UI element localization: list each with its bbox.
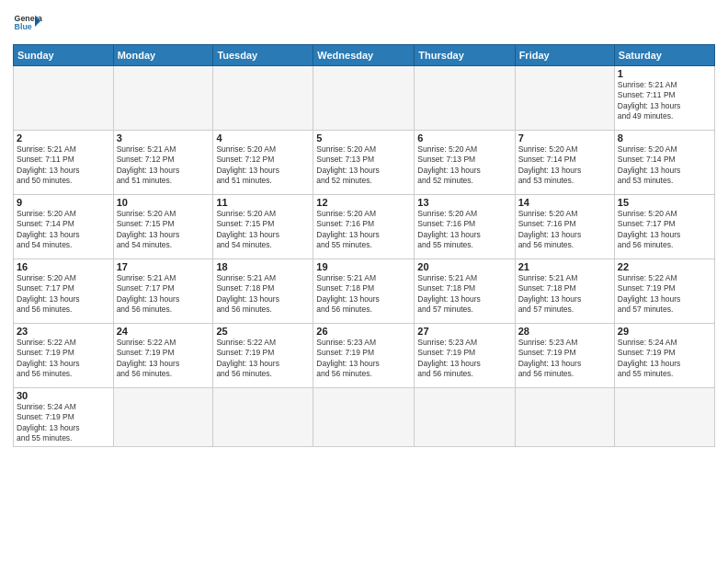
day-number: 24 (117, 326, 210, 337)
calendar-day-cell (113, 388, 213, 447)
calendar-day-cell: 12Sunrise: 5:20 AM Sunset: 7:16 PM Dayli… (313, 195, 415, 259)
day-info: Sunrise: 5:20 AM Sunset: 7:16 PM Dayligh… (316, 209, 411, 251)
calendar-day-cell: 19Sunrise: 5:21 AM Sunset: 7:18 PM Dayli… (313, 259, 415, 324)
day-info: Sunrise: 5:21 AM Sunset: 7:11 PM Dayligh… (618, 80, 711, 122)
calendar-day-cell: 25Sunrise: 5:22 AM Sunset: 7:19 PM Dayli… (213, 324, 313, 388)
day-number: 16 (17, 261, 110, 272)
day-number: 20 (417, 261, 511, 272)
day-number: 28 (518, 326, 611, 337)
day-info: Sunrise: 5:23 AM Sunset: 7:19 PM Dayligh… (417, 338, 511, 380)
day-number: 11 (216, 197, 310, 208)
day-info: Sunrise: 5:20 AM Sunset: 7:17 PM Dayligh… (17, 273, 110, 316)
day-info: Sunrise: 5:20 AM Sunset: 7:13 PM Dayligh… (417, 144, 511, 187)
calendar-header-thursday: Thursday (415, 45, 515, 66)
calendar-table: SundayMondayTuesdayWednesdayThursdayFrid… (13, 44, 715, 447)
calendar-week-row: 30Sunrise: 5:24 AM Sunset: 7:19 PM Dayli… (14, 388, 715, 447)
day-number: 1 (618, 68, 711, 79)
day-info: Sunrise: 5:21 AM Sunset: 7:18 PM Dayligh… (518, 273, 611, 316)
day-info: Sunrise: 5:20 AM Sunset: 7:16 PM Dayligh… (518, 209, 611, 251)
calendar-day-cell: 20Sunrise: 5:21 AM Sunset: 7:18 PM Dayli… (415, 259, 515, 324)
day-number: 21 (518, 261, 611, 272)
day-number: 6 (417, 132, 511, 144)
day-number: 19 (316, 261, 411, 272)
calendar-day-cell: 17Sunrise: 5:21 AM Sunset: 7:17 PM Dayli… (113, 259, 213, 324)
calendar-day-cell (515, 66, 614, 131)
day-number: 18 (216, 261, 310, 272)
calendar-day-cell (113, 66, 213, 131)
day-info: Sunrise: 5:20 AM Sunset: 7:16 PM Dayligh… (417, 209, 511, 251)
day-number: 29 (618, 326, 711, 337)
calendar-day-cell: 7Sunrise: 5:20 AM Sunset: 7:14 PM Daylig… (515, 131, 614, 195)
calendar-day-cell: 23Sunrise: 5:22 AM Sunset: 7:19 PM Dayli… (14, 324, 114, 388)
day-info: Sunrise: 5:24 AM Sunset: 7:19 PM Dayligh… (618, 338, 711, 380)
calendar-day-cell: 8Sunrise: 5:20 AM Sunset: 7:14 PM Daylig… (614, 131, 714, 195)
calendar-day-cell: 2Sunrise: 5:21 AM Sunset: 7:11 PM Daylig… (14, 131, 114, 195)
day-number: 2 (17, 132, 110, 144)
header: General Blue (13, 9, 715, 39)
calendar-day-cell: 9Sunrise: 5:20 AM Sunset: 7:14 PM Daylig… (14, 195, 114, 259)
day-info: Sunrise: 5:21 AM Sunset: 7:18 PM Dayligh… (216, 273, 310, 316)
calendar-day-cell: 16Sunrise: 5:20 AM Sunset: 7:17 PM Dayli… (14, 259, 114, 324)
calendar-day-cell (213, 388, 313, 447)
day-number: 14 (518, 197, 611, 208)
calendar-day-cell: 24Sunrise: 5:22 AM Sunset: 7:19 PM Dayli… (113, 324, 213, 388)
day-info: Sunrise: 5:20 AM Sunset: 7:15 PM Dayligh… (216, 209, 310, 251)
calendar-day-cell (614, 388, 714, 447)
day-info: Sunrise: 5:20 AM Sunset: 7:14 PM Dayligh… (618, 144, 711, 187)
calendar-day-cell (515, 388, 614, 447)
calendar-day-cell (213, 66, 313, 131)
calendar-header-tuesday: Tuesday (213, 45, 313, 66)
calendar-header-saturday: Saturday (614, 45, 714, 66)
day-number: 26 (316, 326, 411, 337)
day-number: 17 (117, 261, 210, 272)
calendar-day-cell: 21Sunrise: 5:21 AM Sunset: 7:18 PM Dayli… (515, 259, 614, 324)
calendar-day-cell: 18Sunrise: 5:21 AM Sunset: 7:18 PM Dayli… (213, 259, 313, 324)
day-info: Sunrise: 5:22 AM Sunset: 7:19 PM Dayligh… (17, 338, 110, 380)
calendar-header-monday: Monday (113, 45, 213, 66)
calendar-day-cell: 1Sunrise: 5:21 AM Sunset: 7:11 PM Daylig… (614, 66, 714, 131)
day-number: 12 (316, 197, 411, 208)
day-number: 7 (518, 132, 611, 144)
day-info: Sunrise: 5:20 AM Sunset: 7:17 PM Dayligh… (618, 209, 711, 251)
day-info: Sunrise: 5:24 AM Sunset: 7:19 PM Dayligh… (17, 402, 110, 444)
calendar-day-cell (415, 388, 515, 447)
calendar-week-row: 9Sunrise: 5:20 AM Sunset: 7:14 PM Daylig… (14, 195, 715, 259)
calendar-header-friday: Friday (515, 45, 614, 66)
calendar-day-cell (313, 66, 415, 131)
day-number: 22 (618, 261, 711, 272)
day-info: Sunrise: 5:22 AM Sunset: 7:19 PM Dayligh… (618, 273, 711, 316)
day-info: Sunrise: 5:22 AM Sunset: 7:19 PM Dayligh… (117, 338, 210, 380)
calendar-week-row: 2Sunrise: 5:21 AM Sunset: 7:11 PM Daylig… (14, 131, 715, 195)
day-info: Sunrise: 5:21 AM Sunset: 7:17 PM Dayligh… (117, 273, 210, 316)
calendar-day-cell: 4Sunrise: 5:20 AM Sunset: 7:12 PM Daylig… (213, 131, 313, 195)
calendar-day-cell: 28Sunrise: 5:23 AM Sunset: 7:19 PM Dayli… (515, 324, 614, 388)
calendar-day-cell (415, 66, 515, 131)
calendar-day-cell: 5Sunrise: 5:20 AM Sunset: 7:13 PM Daylig… (313, 131, 415, 195)
day-info: Sunrise: 5:20 AM Sunset: 7:12 PM Dayligh… (216, 144, 310, 187)
day-info: Sunrise: 5:23 AM Sunset: 7:19 PM Dayligh… (518, 338, 611, 380)
day-number: 4 (216, 132, 310, 144)
calendar-page: General Blue SundayMondayTuesdayWednesda… (0, 0, 728, 456)
day-info: Sunrise: 5:20 AM Sunset: 7:15 PM Dayligh… (117, 209, 210, 251)
calendar-day-cell (313, 388, 415, 447)
day-info: Sunrise: 5:21 AM Sunset: 7:18 PM Dayligh… (316, 273, 411, 316)
day-number: 5 (316, 132, 411, 144)
calendar-day-cell: 22Sunrise: 5:22 AM Sunset: 7:19 PM Dayli… (614, 259, 714, 324)
calendar-day-cell: 11Sunrise: 5:20 AM Sunset: 7:15 PM Dayli… (213, 195, 313, 259)
calendar-day-cell: 13Sunrise: 5:20 AM Sunset: 7:16 PM Dayli… (415, 195, 515, 259)
calendar-day-cell: 6Sunrise: 5:20 AM Sunset: 7:13 PM Daylig… (415, 131, 515, 195)
day-info: Sunrise: 5:23 AM Sunset: 7:19 PM Dayligh… (316, 338, 411, 380)
calendar-day-cell: 15Sunrise: 5:20 AM Sunset: 7:17 PM Dayli… (614, 195, 714, 259)
day-number: 8 (618, 132, 711, 144)
calendar-day-cell: 27Sunrise: 5:23 AM Sunset: 7:19 PM Dayli… (415, 324, 515, 388)
calendar-day-cell (14, 66, 114, 131)
day-info: Sunrise: 5:21 AM Sunset: 7:18 PM Dayligh… (417, 273, 511, 316)
svg-text:Blue: Blue (15, 22, 32, 31)
day-info: Sunrise: 5:21 AM Sunset: 7:12 PM Dayligh… (117, 144, 210, 187)
calendar-week-row: 16Sunrise: 5:20 AM Sunset: 7:17 PM Dayli… (14, 259, 715, 324)
day-info: Sunrise: 5:20 AM Sunset: 7:14 PM Dayligh… (518, 144, 611, 187)
day-number: 23 (17, 326, 110, 337)
calendar-day-cell: 26Sunrise: 5:23 AM Sunset: 7:19 PM Dayli… (313, 324, 415, 388)
day-number: 9 (17, 197, 110, 208)
day-number: 10 (117, 197, 210, 208)
